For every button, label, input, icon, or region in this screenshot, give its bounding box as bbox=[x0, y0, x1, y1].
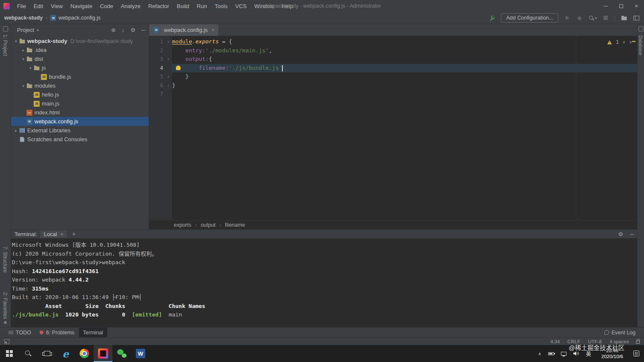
nav-item-webpack-study[interactable]: webpack-study bbox=[4, 15, 43, 21]
menu-navigate[interactable]: Navigate bbox=[66, 3, 96, 9]
menu-edit[interactable]: Edit bbox=[30, 3, 47, 9]
tree-item-main-js[interactable]: JSmain.js bbox=[11, 99, 149, 108]
code-editor[interactable]: 1∨module.exports = {2 entry:'./modules/m… bbox=[149, 36, 637, 220]
intention-bulb-icon[interactable] bbox=[176, 66, 181, 70]
breadcrumb-filename[interactable]: filename bbox=[225, 222, 245, 228]
start-button[interactable] bbox=[0, 345, 19, 362]
new-terminal-session-button[interactable]: + bbox=[70, 231, 77, 237]
maximize-button[interactable] bbox=[613, 0, 629, 12]
tree-item-js[interactable]: ▾js bbox=[11, 63, 149, 72]
tool-window-button-structure[interactable]: 7: Structure bbox=[2, 246, 8, 273]
debug-bug-icon[interactable] bbox=[576, 14, 583, 22]
run-button[interactable] bbox=[564, 14, 571, 22]
tool-window-button-project[interactable]: 1: Project bbox=[2, 34, 8, 56]
tree-item-webpack-config-js[interactable]: Wwebpack.config.js bbox=[11, 117, 149, 126]
code-line-7[interactable]: 7 bbox=[149, 90, 637, 99]
next-issue-icon[interactable]: ∨ bbox=[629, 40, 632, 44]
add-configuration-button[interactable]: Add Configuration... bbox=[501, 13, 558, 23]
menu-vcs[interactable]: VCS bbox=[231, 3, 250, 9]
inspection-widget[interactable]: 1 ∧ ∨ bbox=[607, 39, 632, 45]
chevron-down-icon[interactable]: ▾ bbox=[13, 39, 19, 43]
project-panel-title[interactable]: Project bbox=[17, 27, 34, 33]
todo-button[interactable]: TODO bbox=[4, 328, 35, 337]
warning-stripe-mark[interactable] bbox=[632, 41, 635, 42]
chevron-right-icon[interactable]: ▸ bbox=[13, 128, 19, 133]
event-log-button[interactable]: Event Log bbox=[600, 328, 640, 337]
action-center-button[interactable] bbox=[630, 345, 643, 362]
intellij-app-button[interactable] bbox=[94, 345, 112, 362]
prev-issue-icon[interactable]: ∧ bbox=[623, 40, 626, 44]
tree-item-scratches-and-consoles[interactable]: Scratches and Consoles bbox=[11, 135, 149, 144]
tool-window-button-database[interactable]: Database bbox=[638, 35, 643, 55]
chevron-right-icon[interactable]: ▸ bbox=[20, 48, 26, 52]
taskbar-search-button[interactable] bbox=[19, 345, 37, 362]
menu-code[interactable]: Code bbox=[96, 3, 117, 9]
fold-up-icon[interactable]: ∧ bbox=[165, 72, 172, 81]
chevron-down-icon[interactable]: ▾ bbox=[27, 66, 34, 70]
chrome-app-button[interactable] bbox=[75, 345, 94, 362]
search-everywhere-icon[interactable]: ▾ bbox=[589, 14, 597, 22]
menu-build[interactable]: Build bbox=[173, 3, 193, 9]
code-line-1[interactable]: 1∨module.exports = { bbox=[149, 37, 637, 46]
terminal-tab-local[interactable]: Local × bbox=[40, 231, 67, 238]
terminal-minimize-icon[interactable]: ─ bbox=[630, 231, 634, 237]
word-app-button[interactable]: W bbox=[131, 345, 150, 362]
code-line-4[interactable]: 4 filename:'./js/bundle.js' bbox=[149, 64, 637, 73]
tree-item-webpack-study[interactable]: ▾webpack-studyD:\vue-first\webpack-study bbox=[11, 37, 149, 46]
wrench-icon[interactable] bbox=[489, 14, 495, 22]
tool-window-switcher-icon[interactable] bbox=[4, 339, 9, 344]
edge-app-button[interactable]: e bbox=[56, 345, 75, 362]
breadcrumb-exports[interactable]: exports bbox=[174, 222, 191, 228]
code-line-6[interactable]: 6∧} bbox=[149, 81, 637, 90]
minimize-button[interactable] bbox=[598, 0, 613, 12]
code-line-3[interactable]: 3∨ output:{ bbox=[149, 55, 637, 64]
database-tool-icon[interactable] bbox=[638, 26, 644, 31]
editor-tab-webpack-config-js[interactable]: W webpack.config.js × bbox=[149, 24, 219, 36]
chevron-down-icon[interactable]: ▾ bbox=[37, 28, 39, 32]
close-terminal-tab-icon[interactable]: × bbox=[60, 231, 64, 237]
expand-collapse-icon[interactable]: ↕ bbox=[122, 27, 125, 33]
favorites-star-icon[interactable]: ★ bbox=[3, 319, 8, 325]
breadcrumb-output[interactable]: output bbox=[201, 222, 216, 228]
menu-view[interactable]: View bbox=[47, 3, 66, 9]
tree-item-external-libraries[interactable]: ▸External Libraries bbox=[11, 126, 149, 135]
project-tool-icon[interactable] bbox=[3, 26, 8, 31]
terminal-settings-gear-icon[interactable]: ⚙ bbox=[618, 231, 623, 237]
tool-window-button-favorites[interactable]: 2: Favorites bbox=[2, 292, 8, 319]
nav-item-webpack-config-js[interactable]: webpack.config.js bbox=[58, 15, 101, 21]
problems-button[interactable]: 6: Problems bbox=[35, 328, 79, 337]
close-tab-icon[interactable]: × bbox=[211, 27, 215, 33]
close-button[interactable]: × bbox=[629, 0, 644, 12]
network-button[interactable] bbox=[558, 345, 570, 362]
task-view-button[interactable] bbox=[37, 345, 56, 362]
menu-run[interactable]: Run bbox=[193, 3, 211, 9]
tree-item-idea[interactable]: ▸.idea bbox=[11, 46, 149, 54]
fold-down-icon[interactable]: ∨ bbox=[165, 55, 172, 64]
code-line-2[interactable]: 2 entry:'./modules/main.js', bbox=[149, 46, 637, 55]
layout-icon[interactable] bbox=[633, 14, 640, 22]
terminal-button[interactable]: Terminal bbox=[79, 328, 107, 337]
code-area[interactable]: 1∨module.exports = {2 entry:'./modules/m… bbox=[149, 36, 637, 220]
hide-panel-icon[interactable]: ─ bbox=[141, 27, 145, 33]
fold-down-icon[interactable]: ∨ bbox=[165, 37, 172, 46]
menu-refactor[interactable]: Refactor bbox=[144, 3, 173, 9]
wechat-app-button[interactable] bbox=[112, 345, 131, 362]
tree-item-bundle-js[interactable]: JSbundle.js bbox=[11, 72, 149, 81]
stop-button[interactable] bbox=[602, 14, 609, 22]
tree-item-dist[interactable]: ▾dist bbox=[11, 54, 149, 63]
caret-position[interactable]: 4:34 bbox=[550, 339, 560, 344]
locate-file-icon[interactable]: ⊕ bbox=[111, 27, 116, 33]
gear-icon[interactable]: ⚙ bbox=[130, 27, 135, 33]
terminal-body[interactable]: Microsoft Windows [版本 10.0.19041.508](c)… bbox=[11, 239, 637, 327]
menu-file[interactable]: File bbox=[13, 3, 30, 9]
menu-tools[interactable]: Tools bbox=[211, 3, 231, 9]
project-folder-icon[interactable] bbox=[621, 14, 627, 22]
tree-item-modules[interactable]: ▾modules bbox=[11, 81, 149, 90]
tree-item-hello-js[interactable]: JShello.js bbox=[11, 90, 149, 99]
tray-expand-button[interactable]: ∧ bbox=[535, 345, 544, 362]
tree-item-index-html[interactable]: <>index.html bbox=[11, 108, 149, 117]
fold-up-icon[interactable]: ∧ bbox=[165, 81, 172, 90]
code-line-5[interactable]: 5∧ } bbox=[149, 72, 637, 81]
battery-button[interactable] bbox=[545, 345, 558, 362]
menu-analyze[interactable]: Analyze bbox=[117, 3, 144, 9]
